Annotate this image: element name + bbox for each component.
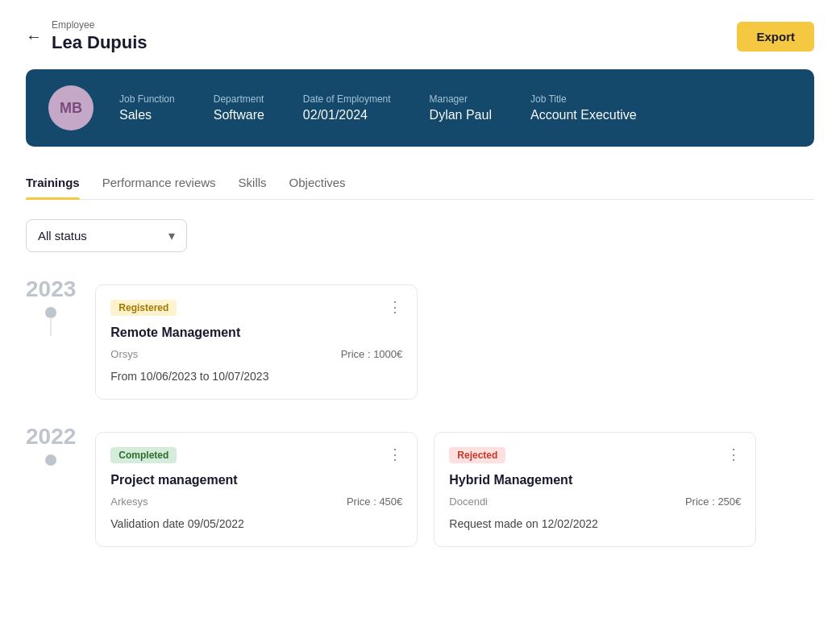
- filter-row: All status ▾: [26, 219, 814, 252]
- card-top-row-pm: Completed ⋮: [110, 447, 402, 463]
- chevron-down-icon: ▾: [168, 228, 175, 243]
- employee-name: Lea Dupuis: [52, 32, 148, 53]
- card-meta-row-pm: Arkesys Price : 450€: [110, 496, 402, 508]
- info-field-date-employment: Date of Employment 02/01/2024: [303, 93, 391, 122]
- status-filter-label: All status: [38, 229, 87, 243]
- manager-label: Manager: [430, 93, 492, 105]
- status-filter-select[interactable]: All status ▾: [26, 219, 187, 252]
- card-title-project-management: Project management: [110, 473, 402, 487]
- department-label: Department: [214, 93, 264, 105]
- card-date-hm: Request made on 12/02/2022: [449, 517, 741, 530]
- job-function-label: Job Function: [119, 93, 175, 105]
- date-employment-value: 02/01/2024: [303, 108, 391, 122]
- card-date-pm: Validation date 09/05/2022: [110, 517, 402, 530]
- tab-skills[interactable]: Skills: [239, 169, 267, 199]
- training-card-hybrid-management: Rejected ⋮ Hybrid Management Docendi Pri…: [434, 432, 756, 547]
- info-field-manager: Manager Dylan Paul: [430, 93, 492, 122]
- card-top-row: Registered ⋮: [110, 300, 402, 316]
- year-2022: 2022: [26, 425, 76, 448]
- card-price-pm: Price : 450€: [347, 496, 402, 508]
- job-title-label: Job Title: [530, 93, 637, 105]
- year-2023: 2023: [26, 278, 76, 301]
- year-section-2023: 2023 Registered ⋮ Remote Management Orsy…: [26, 278, 814, 400]
- status-badge-rejected: Rejected: [449, 447, 505, 463]
- tab-trainings[interactable]: Trainings: [26, 169, 80, 199]
- card-provider-orsys: Orsys: [110, 348, 138, 360]
- card-price-hm: Price : 250€: [685, 496, 741, 508]
- card-price: Price : 1000€: [341, 348, 403, 360]
- manager-value: Dylan Paul: [430, 108, 492, 122]
- year-label-col-2022: 2022: [26, 425, 76, 453]
- info-field-job-title: Job Title Account Executive: [530, 93, 637, 122]
- avatar: MB: [48, 85, 94, 131]
- breadcrumb-label: Employee: [52, 19, 148, 31]
- info-fields: Job Function Sales Department Software D…: [119, 93, 792, 122]
- info-field-department: Department Software: [214, 93, 264, 122]
- job-title-value: Account Executive: [530, 108, 637, 122]
- year-line-2023: [50, 317, 52, 336]
- info-bar: MB Job Function Sales Department Softwar…: [26, 69, 814, 147]
- cards-row-2023: Registered ⋮ Remote Management Orsys Pri…: [95, 278, 814, 400]
- date-employment-label: Date of Employment: [303, 93, 391, 105]
- year-dot-2022: [45, 454, 56, 466]
- tab-performance-reviews[interactable]: Performance reviews: [102, 169, 216, 199]
- card-provider-docendi: Docendi: [449, 496, 488, 508]
- card-top-row-hm: Rejected ⋮: [449, 447, 741, 463]
- page-wrapper: ← Employee Lea Dupuis Export MB Job Func…: [0, 0, 840, 622]
- training-card-project-management: Completed ⋮ Project management Arkesys P…: [95, 432, 418, 547]
- year-label-col-2023: 2023: [26, 278, 76, 305]
- info-field-job-function: Job Function Sales: [119, 93, 175, 122]
- export-button[interactable]: Export: [737, 22, 814, 52]
- card-date: From 10/06/2023 to 10/07/2023: [110, 370, 402, 383]
- job-function-value: Sales: [119, 108, 175, 122]
- training-card-remote-management: Registered ⋮ Remote Management Orsys Pri…: [95, 284, 418, 400]
- card-title-remote-management: Remote Management: [110, 326, 402, 340]
- cards-row-2022: Completed ⋮ Project management Arkesys P…: [95, 425, 814, 547]
- card-meta-row-hm: Docendi Price : 250€: [449, 496, 741, 508]
- back-nav: ← Employee Lea Dupuis: [26, 19, 148, 53]
- card-provider-arkesys: Arkesys: [110, 496, 148, 508]
- card-title-hybrid-management: Hybrid Management: [449, 473, 741, 487]
- card-menu-icon-pm[interactable]: ⋮: [388, 447, 402, 462]
- year-section-2022: 2022 Completed ⋮ Project management Arke…: [26, 425, 814, 547]
- status-badge-completed: Completed: [110, 447, 177, 463]
- card-menu-icon-hm[interactable]: ⋮: [726, 447, 741, 462]
- year-dot-2023: [45, 307, 56, 318]
- card-menu-icon[interactable]: ⋮: [388, 300, 402, 314]
- employee-info: Employee Lea Dupuis: [52, 19, 148, 53]
- tabs-bar: Trainings Performance reviews Skills Obj…: [26, 169, 814, 200]
- timeline: 2023 Registered ⋮ Remote Management Orsy…: [26, 278, 814, 547]
- back-arrow-icon[interactable]: ←: [26, 28, 42, 44]
- tab-objectives[interactable]: Objectives: [289, 169, 346, 199]
- status-badge-registered: Registered: [110, 300, 177, 316]
- card-meta-row: Orsys Price : 1000€: [110, 348, 402, 360]
- department-value: Software: [214, 108, 264, 122]
- top-header: ← Employee Lea Dupuis Export: [26, 19, 814, 53]
